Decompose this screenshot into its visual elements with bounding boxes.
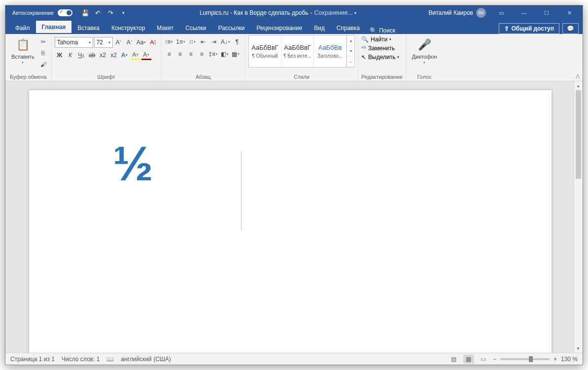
user-name: Виталий Каиров bbox=[428, 9, 473, 16]
underline-button[interactable]: Ч bbox=[76, 50, 86, 60]
vertical-scrollbar[interactable]: ▴ ▾ bbox=[574, 81, 583, 353]
find-button[interactable]: 🔍Найти▾ bbox=[361, 36, 399, 43]
strikethrough-button[interactable]: ab bbox=[87, 50, 97, 60]
group-label-editing: Редактирование bbox=[361, 73, 403, 81]
tab-help[interactable]: Справка bbox=[331, 22, 366, 34]
select-button[interactable]: ↖Выделить▾ bbox=[361, 54, 399, 61]
change-case-button[interactable]: Aa bbox=[136, 37, 147, 47]
copy-button[interactable]: ⎘ bbox=[38, 48, 48, 58]
line-spacing-button[interactable]: ‡≡ bbox=[208, 49, 219, 59]
group-styles: АаБбВвГ ¶ Обычный АаБбВвГ ¶ Без инте... … bbox=[245, 34, 358, 81]
increase-indent-button[interactable]: ⇥ bbox=[209, 37, 219, 47]
minimize-button[interactable]: — bbox=[513, 5, 535, 20]
document-area: ½ ▴ ▾ bbox=[5, 81, 583, 353]
font-name-combo[interactable]: Tahoma bbox=[55, 37, 93, 48]
tab-review[interactable]: Рецензирование bbox=[250, 22, 308, 34]
styles-gallery[interactable]: АаБбВвГ ¶ Обычный АаБбВвГ ¶ Без инте... … bbox=[248, 35, 355, 67]
share-button[interactable]: ⇪ Общий доступ bbox=[499, 23, 559, 34]
redo-icon[interactable]: ↷ bbox=[107, 9, 115, 17]
scroll-thumb[interactable] bbox=[576, 90, 581, 179]
bullets-button[interactable]: ⁝≡ bbox=[164, 37, 174, 47]
page-indicator[interactable]: Страница 1 из 1 bbox=[10, 356, 55, 363]
print-layout-button[interactable]: ▦ bbox=[463, 355, 474, 364]
zoom-in-button[interactable]: + bbox=[553, 356, 557, 363]
tab-file[interactable]: Файл bbox=[9, 22, 36, 34]
maximize-button[interactable]: ☐ bbox=[535, 5, 558, 20]
tab-mailings[interactable]: Рассылки bbox=[212, 22, 251, 34]
scroll-up-icon[interactable]: ▴ bbox=[574, 81, 583, 90]
align-center-button[interactable]: ≡ bbox=[175, 49, 185, 59]
spellcheck-icon[interactable]: 📖 bbox=[106, 356, 114, 363]
group-label-voice: Голос bbox=[409, 73, 440, 81]
comments-button[interactable]: 💬 bbox=[562, 23, 579, 34]
clear-formatting-button[interactable]: A⃠ bbox=[148, 37, 158, 47]
shrink-font-button[interactable]: A˅ bbox=[125, 37, 135, 47]
format-painter-button[interactable]: 🖌 bbox=[38, 60, 48, 69]
page[interactable]: ½ bbox=[29, 90, 552, 353]
tab-design[interactable]: Конструктор bbox=[105, 22, 151, 34]
autosave-toggle[interactable] bbox=[58, 9, 72, 16]
read-mode-button[interactable]: ▤ bbox=[449, 355, 459, 364]
app-window: Автосохранение 💾 ↶ ↷ ▾ Lumpics.ru - Как … bbox=[5, 5, 583, 365]
tab-home[interactable]: Главная bbox=[36, 21, 72, 34]
search-button[interactable]: 🔍 Поиск bbox=[370, 27, 395, 34]
bold-button[interactable]: Ж bbox=[55, 50, 65, 60]
page-scroll[interactable]: ½ bbox=[5, 81, 574, 353]
shading-button[interactable]: ◧ bbox=[220, 49, 230, 59]
qat-customize-icon[interactable]: ▾ bbox=[120, 9, 128, 17]
zoom-slider[interactable] bbox=[500, 358, 550, 360]
paste-icon: 📋 bbox=[15, 37, 31, 53]
user-account[interactable]: Виталий Каиров ВК bbox=[428, 8, 486, 18]
cut-button[interactable]: ✂ bbox=[38, 37, 48, 47]
collapse-ribbon-icon[interactable]: ⋀ bbox=[576, 73, 580, 79]
select-icon: ↖ bbox=[361, 54, 366, 61]
align-left-button[interactable]: ≡ bbox=[164, 49, 174, 59]
ribbon-options-icon[interactable]: ▭ bbox=[490, 5, 513, 20]
numbering-button[interactable]: 1≡ bbox=[175, 37, 186, 47]
group-clipboard: 📋 Вставить ▾ ✂ ⎘ 🖌 Буфер обмена bbox=[5, 34, 52, 81]
dictate-button[interactable]: 🎤 Диктофон ▾ bbox=[409, 35, 440, 67]
group-label-font: Шрифт bbox=[55, 73, 158, 81]
titlebar: Автосохранение 💾 ↶ ↷ ▾ Lumpics.ru - Как … bbox=[5, 5, 583, 20]
word-count[interactable]: Число слов: 1 bbox=[62, 356, 100, 363]
web-layout-button[interactable]: ▭ bbox=[478, 355, 489, 364]
paste-button[interactable]: 📋 Вставить ▾ bbox=[8, 35, 37, 67]
decrease-indent-button[interactable]: ⇤ bbox=[198, 37, 208, 47]
tab-layout[interactable]: Макет bbox=[151, 22, 179, 34]
italic-button[interactable]: К bbox=[66, 50, 75, 60]
show-marks-button[interactable]: ¶ bbox=[232, 37, 242, 47]
align-right-button[interactable]: ≡ bbox=[186, 49, 196, 59]
sort-button[interactable]: A↓ bbox=[220, 37, 231, 47]
language-indicator[interactable]: английский (США) bbox=[121, 356, 171, 363]
style-nospacing[interactable]: АаБбВвГ ¶ Без инте... bbox=[281, 35, 314, 67]
tab-view[interactable]: Вид bbox=[308, 22, 331, 34]
document-title: Lumpics.ru - Как в Ворде сделать дробь -… bbox=[128, 9, 429, 16]
subscript-button[interactable]: x2 bbox=[98, 50, 108, 60]
zoom-level[interactable]: 130 % bbox=[561, 356, 578, 363]
grow-font-button[interactable]: A˄ bbox=[114, 37, 124, 47]
style-normal[interactable]: АаБбВвГ ¶ Обычный bbox=[249, 35, 281, 67]
group-font: Tahoma 72 A˄ A˅ Aa A⃠ Ж К Ч ab x2 x2 bbox=[52, 34, 162, 81]
tab-references[interactable]: Ссылки bbox=[179, 22, 212, 34]
justify-button[interactable]: ≡ bbox=[197, 49, 207, 59]
save-icon[interactable]: 💾 bbox=[81, 9, 89, 17]
styles-nav[interactable]: ▴▾⌄ bbox=[346, 35, 354, 67]
font-size-combo[interactable]: 72 bbox=[94, 37, 113, 48]
text-cursor bbox=[241, 151, 242, 230]
multilevel-button[interactable]: ⁝⁝ bbox=[187, 37, 197, 47]
superscript-button[interactable]: x2 bbox=[109, 50, 119, 60]
tab-insert[interactable]: Вставка bbox=[71, 22, 105, 34]
style-heading1[interactable]: АаБбВв Заголово... bbox=[314, 35, 346, 67]
font-color-button[interactable]: A bbox=[141, 50, 151, 60]
autosave-label: Автосохранение bbox=[12, 10, 54, 16]
replace-button[interactable]: ᵃᵇЗаменить bbox=[361, 45, 399, 52]
replace-icon: ᵃᵇ bbox=[361, 45, 366, 52]
title-text: Lumpics.ru - Как в Ворде сделать дробь bbox=[200, 9, 309, 16]
highlight-button[interactable]: A bbox=[131, 50, 140, 60]
scroll-down-icon[interactable]: ▾ bbox=[574, 344, 583, 353]
zoom-out-button[interactable]: − bbox=[493, 356, 496, 363]
borders-button[interactable]: ▦ bbox=[231, 49, 241, 59]
text-effects-button[interactable]: A bbox=[120, 50, 130, 60]
undo-icon[interactable]: ↶ bbox=[94, 9, 102, 17]
close-button[interactable]: ✕ bbox=[558, 5, 581, 20]
